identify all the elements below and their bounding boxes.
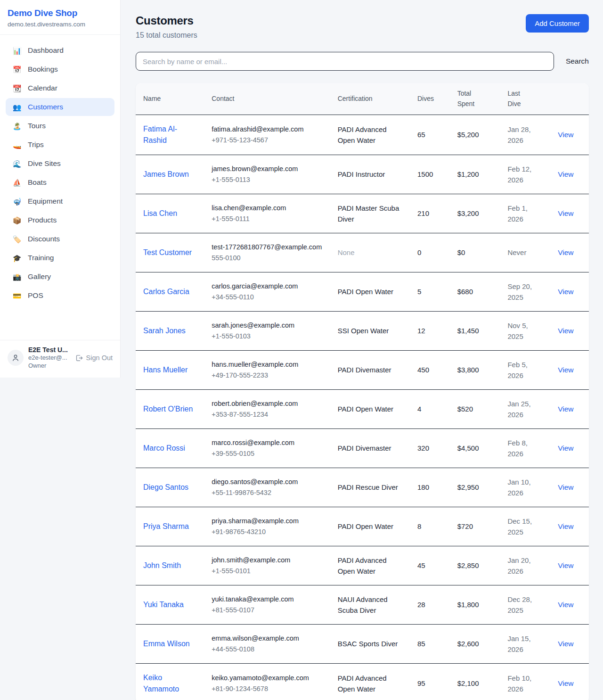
sidebar-item-boats[interactable]: ⛵ Boats <box>6 173 114 191</box>
view-customer-link[interactable]: View <box>558 522 573 530</box>
customer-name-link[interactable]: Robert O'Brien <box>143 404 193 415</box>
page-header-text: Customers 15 total customers <box>136 14 197 40</box>
customer-name-link[interactable]: Emma Wilson <box>143 638 190 650</box>
sidebar-item-label: Equipment <box>28 197 63 206</box>
main-content: Customers 15 total customers Add Custome… <box>121 0 603 700</box>
customer-name-link[interactable]: John Smith <box>143 560 181 571</box>
customer-name-link[interactable]: Marco Rossi <box>143 443 185 454</box>
view-customer-link[interactable]: View <box>558 131 573 139</box>
table-row: Fatima Al-Rashid fatima.alrashid@example… <box>136 115 589 155</box>
sidebar-item-trips[interactable]: 🚤 Trips <box>6 136 114 154</box>
customer-last-dive: Feb 12, 2026 <box>500 155 550 194</box>
view-customer-link[interactable]: View <box>558 483 573 491</box>
sidebar-item-pos[interactable]: 💳 POS <box>6 287 114 305</box>
customer-name-link[interactable]: Test Customer <box>143 247 192 258</box>
calendar-icon: 📆 <box>12 85 22 92</box>
sidebar-item-label: Dashboard <box>28 46 64 55</box>
customer-certification: PADI Advanced Open Water <box>330 546 410 585</box>
sidebar-item-equipment[interactable]: 🤿 Equipment <box>6 192 114 210</box>
sidebar-item-gallery[interactable]: 📸 Gallery <box>6 268 114 286</box>
customer-total-spent: $5,200 <box>450 115 500 155</box>
customer-count: 15 total customers <box>136 31 197 40</box>
view-customer-link[interactable]: View <box>558 444 573 452</box>
boats-icon: ⛵ <box>12 179 22 186</box>
customer-total-spent: $720 <box>450 507 500 546</box>
customer-name-link[interactable]: Carlos Garcia <box>143 286 189 297</box>
customer-last-dive: Jan 10, 2026 <box>500 468 550 507</box>
customer-certification: PADI Divemaster <box>330 428 410 468</box>
table-row: Priya Sharma priya.sharma@example.com +9… <box>136 507 589 546</box>
customer-phone: +81-90-1234-5678 <box>212 684 322 694</box>
sidebar-item-label: Dive Sites <box>28 159 61 168</box>
column-header: Certification <box>330 83 410 115</box>
view-customer-link[interactable]: View <box>558 209 573 217</box>
customer-last-dive: Never <box>500 233 550 272</box>
view-customer-link[interactable]: View <box>558 170 573 178</box>
customer-name-link[interactable]: Yuki Tanaka <box>143 599 184 610</box>
customer-certification: PADI Open Water <box>330 507 410 546</box>
sidebar-item-discounts[interactable]: 🏷️ Discounts <box>6 230 114 248</box>
customer-dives: 95 <box>410 663 450 700</box>
table-row: Lisa Chen lisa.chen@example.com +1-555-0… <box>136 194 589 233</box>
column-header: Contact <box>204 83 330 115</box>
sign-out-button[interactable]: Sign Out <box>75 354 113 362</box>
customer-certification: PADI Open Water <box>330 389 410 428</box>
trips-icon: 🚤 <box>12 141 22 148</box>
add-customer-button[interactable]: Add Customer <box>526 14 589 33</box>
view-customer-link[interactable]: View <box>558 561 573 569</box>
customer-name-link[interactable]: Sarah Jones <box>143 325 186 337</box>
customer-name-link[interactable]: Priya Sharma <box>143 521 189 532</box>
user-email: e2e-tester@... <box>28 354 70 362</box>
column-header: Name <box>136 83 204 115</box>
customer-total-spent: $1,200 <box>450 155 500 194</box>
sidebar-item-calendar[interactable]: 📆 Calendar <box>6 79 114 97</box>
view-customer-link[interactable]: View <box>558 327 573 335</box>
dashboard-icon: 📊 <box>12 47 22 54</box>
customer-certification: PADI Advanced Open Water <box>330 115 410 155</box>
search-input[interactable] <box>136 52 554 71</box>
customer-name-link[interactable]: Fatima Al-Rashid <box>143 124 196 146</box>
customer-email: james.brown@example.com <box>212 164 322 174</box>
customer-total-spent: $680 <box>450 272 500 311</box>
search-bar: Search <box>136 52 589 71</box>
view-customer-link[interactable]: View <box>558 288 573 296</box>
customer-total-spent: $2,600 <box>450 624 500 663</box>
brand-name[interactable]: Demo Dive Shop <box>8 8 113 18</box>
customer-email: fatima.alrashid@example.com <box>212 124 322 135</box>
table-row: Keiko Yamamoto keiko.yamamoto@example.co… <box>136 663 589 700</box>
customer-total-spent: $3,800 <box>450 350 500 389</box>
customer-name-link[interactable]: Hans Mueller <box>143 364 187 376</box>
user-name: E2E Test U... <box>28 346 70 354</box>
view-customer-link[interactable]: View <box>558 405 573 413</box>
customer-last-dive: Jan 28, 2026 <box>500 115 550 155</box>
sidebar-item-label: Calendar <box>28 84 57 92</box>
sidebar-item-dashboard[interactable]: 📊 Dashboard <box>6 41 114 59</box>
search-button[interactable]: Search <box>566 57 589 66</box>
pos-icon: 💳 <box>12 292 22 299</box>
bookings-icon: 📅 <box>12 66 22 73</box>
customer-name-link[interactable]: Keiko Yamamoto <box>143 672 196 695</box>
view-customer-link[interactable]: View <box>558 366 573 374</box>
customer-last-dive: Jan 15, 2026 <box>500 624 550 663</box>
customer-total-spent: $2,850 <box>450 546 500 585</box>
sidebar-item-training[interactable]: 🎓 Training <box>6 249 114 267</box>
view-customer-link[interactable]: View <box>558 601 573 609</box>
customer-name-link[interactable]: James Brown <box>143 169 189 180</box>
sidebar-item-label: Trips <box>28 140 44 149</box>
view-customer-link[interactable]: View <box>558 640 573 648</box>
sidebar-item-tours[interactable]: 🏝️ Tours <box>6 117 114 135</box>
sidebar-item-dive-sites[interactable]: 🌊 Dive Sites <box>6 155 114 173</box>
view-customer-link[interactable]: View <box>558 679 573 687</box>
view-customer-link[interactable]: View <box>558 248 573 256</box>
customer-last-dive: Nov 5, 2025 <box>500 311 550 350</box>
customer-last-dive: Jan 20, 2026 <box>500 546 550 585</box>
sidebar-item-bookings[interactable]: 📅 Bookings <box>6 60 114 78</box>
sidebar-item-products[interactable]: 📦 Products <box>6 211 114 229</box>
sidebar-item-customers[interactable]: 👥 Customers <box>6 98 114 116</box>
customer-name-link[interactable]: Lisa Chen <box>143 208 177 219</box>
customer-name-link[interactable]: Diego Santos <box>143 482 188 493</box>
customer-phone: +971-55-123-4567 <box>212 135 322 146</box>
products-icon: 📦 <box>12 217 22 224</box>
customer-certification: SSI Open Water <box>330 311 410 350</box>
user-role: Owner <box>28 362 70 370</box>
